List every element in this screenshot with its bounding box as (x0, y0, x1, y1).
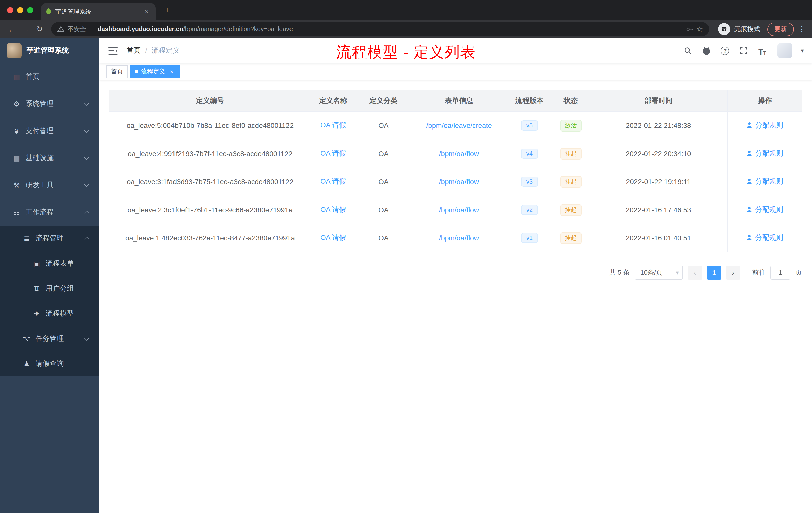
close-window-button[interactable] (7, 7, 13, 13)
pagination-total: 共 5 条 (609, 268, 630, 277)
tab-close-icon[interactable]: × (143, 7, 151, 16)
assign-rule-link[interactable]: 分配规则 (747, 177, 783, 185)
user-icon (747, 179, 753, 184)
status-badge: 挂起 (560, 176, 581, 187)
table-row: oa_leave:1:482ec033-762a-11ec-8477-a2380… (110, 224, 802, 252)
next-page-button[interactable]: › (726, 265, 740, 279)
definition-name-link[interactable]: OA 请假 (320, 121, 346, 129)
breadcrumb-home[interactable]: 首页 (126, 46, 141, 55)
assign-rule-link[interactable]: 分配规则 (747, 149, 783, 157)
cell-deploy-time: 2022-01-22 20:34:10 (590, 140, 728, 168)
minimize-window-button[interactable] (17, 7, 23, 13)
browser-tab[interactable]: 芋道管理系统 × (41, 3, 156, 20)
sidebar-toggle-button[interactable] (108, 45, 118, 56)
help-icon[interactable]: ? (720, 45, 731, 56)
breadcrumb: 首页 / 流程定义 (126, 46, 180, 55)
page-size-select[interactable]: 10条/页 ▾ (635, 265, 683, 279)
maximize-window-button[interactable] (27, 7, 33, 13)
search-icon[interactable] (683, 45, 694, 56)
reload-button[interactable]: ↻ (33, 23, 46, 36)
avatar[interactable] (777, 43, 792, 58)
tag-close-icon[interactable]: × (168, 68, 175, 75)
sidebar-item-devtools[interactable]: ⚒ 研发工具 (0, 172, 99, 199)
chevron-down-icon (84, 128, 89, 133)
task-mgmt-icon: ⌥ (21, 335, 32, 343)
definition-table: 定义编号 定义名称 定义分类 表单信息 流程版本 状态 部署时间 操作 oa_l (110, 90, 802, 252)
new-tab-button[interactable]: + (161, 3, 174, 17)
sidebar-item-workflow[interactable]: ☷ 工作流程 (0, 199, 99, 226)
assign-rule-link[interactable]: 分配规则 (747, 233, 783, 241)
sidebar-item-process-management[interactable]: ≣ 流程管理 (0, 226, 99, 251)
sidebar-item-task-management[interactable]: ⌥ 任务管理 (0, 326, 99, 351)
prev-page-button[interactable]: ‹ (688, 265, 702, 279)
form-link[interactable]: /bpm/oa/flow (439, 234, 479, 242)
url-text: dashboard.yudao.iocoder.cn/bpm/manager/d… (98, 26, 293, 33)
form-link[interactable]: /bpm/oa/flow (439, 178, 479, 186)
definition-name-link[interactable]: OA 请假 (320, 177, 346, 185)
avatar-dropdown-caret-icon[interactable]: ▾ (801, 47, 804, 54)
sidebar-item-home[interactable]: ▦ 首页 (0, 63, 99, 90)
sidebar-item-infrastructure[interactable]: ▤ 基础设施 (0, 145, 99, 172)
forward-button[interactable]: → (19, 23, 32, 36)
screenshot-root: 芋道管理系统 × + ← → ↻ 不安全 dashboard.yudao.ioc… (0, 0, 812, 513)
key-icon[interactable] (685, 25, 693, 33)
cell-definition-id: oa_leave:5:004b710b-7b8a-11ec-8ef0-acde4… (110, 112, 311, 140)
tag-process-definition[interactable]: 流程定义 × (130, 65, 180, 78)
font-size-icon[interactable]: TT (757, 45, 768, 56)
incognito-indicator: 无痕模式 (718, 23, 760, 35)
table-row: oa_leave:3:1fad3d93-7b75-11ec-a3c8-acde4… (110, 168, 802, 196)
assign-rule-link[interactable]: 分配规则 (747, 121, 783, 129)
col-form-info: 表单信息 (411, 90, 507, 112)
cell-definition-id: oa_leave:1:482ec033-762a-11ec-8477-a2380… (110, 224, 311, 252)
col-definition-id: 定义编号 (110, 90, 311, 112)
navbar-actions: ? TT ▾ (683, 43, 804, 58)
definition-name-link[interactable]: OA 请假 (320, 205, 346, 213)
workflow-submenu: ≣ 流程管理 ▣ 流程表单 ♊ 用户分组 ✈ 流程模型 ⌥ (0, 226, 99, 376)
address-bar[interactable]: 不安全 dashboard.yudao.iocoder.cn/bpm/manag… (51, 22, 709, 36)
browser-menu-icon[interactable]: ⋮ (797, 25, 807, 34)
page-title: 流程模型 - 定义列表 (336, 42, 475, 63)
app-shell: 芋道管理系统 ▦ 首页 ⚙ 系统管理 ¥ 支付管理 ▤ 基础设施 (0, 38, 812, 513)
cell-definition-id: oa_leave:2:3c1f0ef1-76b1-11ec-9c66-a2380… (110, 196, 311, 224)
browser-update-button[interactable]: 更新 (767, 22, 794, 36)
assign-rule-link[interactable]: 分配规则 (747, 205, 783, 213)
cell-category: OA (356, 112, 411, 140)
user-icon (747, 122, 753, 128)
chevron-down-icon (84, 101, 89, 105)
form-link[interactable]: /bpm/oa/flow (439, 206, 479, 214)
back-button[interactable]: ← (5, 23, 18, 36)
chevron-down-icon (84, 182, 89, 187)
tag-home[interactable]: 首页 (107, 65, 127, 78)
send-icon: ✈ (31, 310, 42, 318)
definition-name-link[interactable]: OA 请假 (320, 233, 346, 241)
col-definition-name: 定义名称 (311, 90, 356, 112)
github-icon[interactable] (701, 45, 712, 56)
page-unit-label: 页 (795, 268, 802, 277)
bookmark-star-icon[interactable]: ☆ (696, 25, 703, 34)
sidebar-item-user-group[interactable]: ♊ 用户分组 (0, 276, 99, 301)
cell-category: OA (356, 224, 411, 252)
goto-page-input[interactable] (770, 265, 790, 279)
fullscreen-icon[interactable] (738, 45, 749, 56)
page-1-button[interactable]: 1 (707, 265, 721, 279)
sidebar-item-leave-query[interactable]: ♟ 请假查询 (0, 351, 99, 376)
form-link[interactable]: /bpm/oa/flow (439, 150, 479, 158)
form-link[interactable]: /bpm/oa/leave/create (426, 121, 492, 129)
form-icon: ▣ (31, 260, 42, 268)
breadcrumb-separator: / (145, 47, 147, 55)
sidebar-item-payment-management[interactable]: ¥ 支付管理 (0, 117, 99, 145)
sidebar-item-process-form[interactable]: ▣ 流程表单 (0, 251, 99, 276)
workflow-icon: ☷ (11, 208, 22, 216)
logo-title: 芋道管理系统 (27, 46, 69, 55)
sidebar-item-process-model[interactable]: ✈ 流程模型 (0, 301, 99, 326)
status-badge: 挂起 (560, 232, 581, 244)
sidebar-item-system-management[interactable]: ⚙ 系统管理 (0, 90, 99, 117)
table-row: oa_leave:2:3c1f0ef1-76b1-11ec-9c66-a2380… (110, 196, 802, 224)
chevron-down-icon (84, 336, 89, 340)
url-path: /bpm/manager/definition?key=oa_leave (183, 26, 293, 33)
version-badge: v1 (521, 233, 538, 243)
definition-name-link[interactable]: OA 请假 (320, 149, 346, 157)
table-header-row: 定义编号 定义名称 定义分类 表单信息 流程版本 状态 部署时间 操作 (110, 90, 802, 112)
chevron-up-icon (84, 237, 89, 242)
logo-avatar (6, 43, 22, 58)
